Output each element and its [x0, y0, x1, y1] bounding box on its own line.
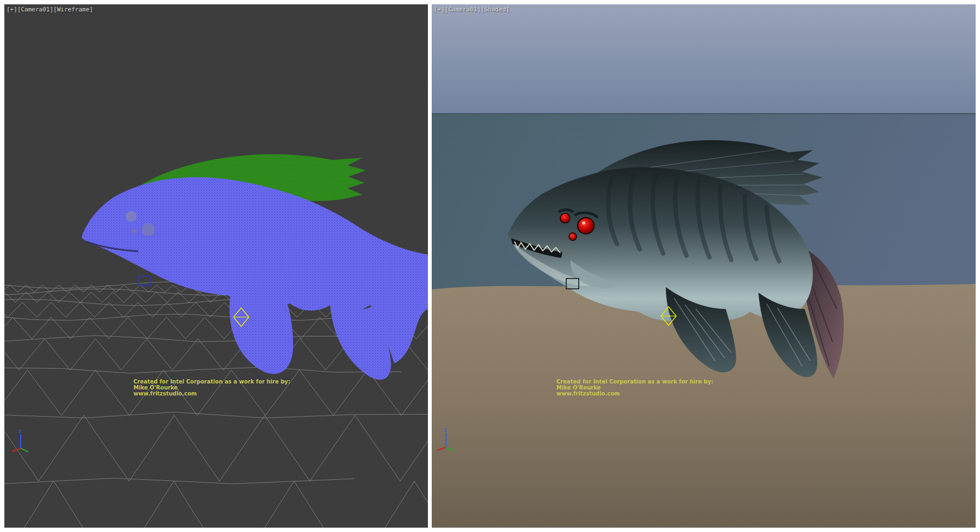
viewport-label: [+][Camera01][Shaded] — [434, 6, 510, 13]
eye-spot — [132, 228, 137, 234]
viewport-pov-menu[interactable]: [Camera01] — [17, 6, 53, 13]
credit-text: Created for Intel Corporation as a work … — [133, 379, 290, 397]
x-axis — [12, 448, 21, 451]
pelvic-fin-wireframe[interactable] — [230, 295, 293, 374]
eye-highlight — [582, 221, 585, 225]
viewport-pov-menu[interactable]: [Camera01] — [445, 6, 481, 13]
viewport-general-menu[interactable]: [+] — [7, 6, 17, 13]
y-axis — [21, 448, 28, 452]
credit-line: www.fritzstudio.com — [133, 391, 290, 397]
y-axis — [446, 447, 454, 451]
viewport-general-menu[interactable]: [+] — [434, 6, 445, 13]
helper-box[interactable] — [139, 276, 151, 285]
eye-spot — [126, 211, 137, 222]
eye-small-lower — [569, 233, 577, 240]
credit-line: www.fritzstudio.com — [556, 391, 713, 397]
horizon-line — [432, 113, 976, 114]
fish-model-wireframe[interactable] — [4, 4, 428, 528]
credit-line: Created for Intel Corporation as a work … — [133, 379, 290, 385]
viewport-shading-menu[interactable]: [Wireframe] — [53, 6, 93, 13]
credit-line: Mike O'Rourke — [133, 385, 290, 391]
viewport-shaded[interactable]: [+][Camera01][Shaded] — [432, 4, 976, 528]
eye-spot — [142, 223, 155, 236]
z-axis-label: z — [19, 428, 22, 434]
eye-small-upper — [560, 213, 570, 223]
dual-viewport-stage: [+][Camera01][Wireframe] — [0, 0, 980, 532]
shaded-scene — [432, 4, 976, 528]
sky — [432, 4, 976, 113]
viewport-wireframe[interactable]: [+][Camera01][Wireframe] — [4, 4, 428, 528]
credit-line: Created for Intel Corporation as a work … — [556, 379, 713, 385]
x-axis — [437, 447, 446, 450]
world-axis-tripod: z — [10, 428, 33, 454]
credit-line: Mike O'Rourke — [556, 385, 713, 391]
eye-large — [578, 218, 594, 234]
z-axis-label: z — [444, 427, 447, 433]
world-axis-tripod: z — [435, 426, 458, 453]
viewport-label: [+][Camera01][Wireframe] — [7, 6, 93, 13]
viewport-shading-menu[interactable]: [Shaded] — [481, 6, 510, 13]
credit-text: Created for Intel Corporation as a work … — [556, 379, 713, 397]
